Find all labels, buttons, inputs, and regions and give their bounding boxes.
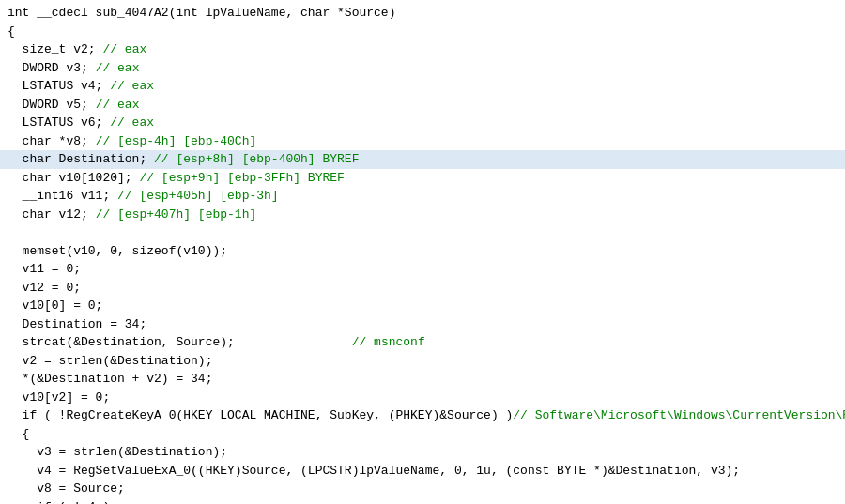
code-token: DWORD v5; [8, 96, 96, 115]
code-token: // [esp+8h] [ebp-400h] BYREF [154, 150, 359, 169]
code-token: // [esp+405h] [ebp-3h] [117, 187, 279, 206]
code-line: v11 = 0; [0, 260, 845, 279]
code-token: v11 = 0; [8, 260, 81, 279]
code-token: { [8, 425, 29, 444]
code-line: if ( !RegCreateKeyA_0(HKEY_LOCAL_MACHINE… [0, 406, 845, 425]
code-token: v10[v2] = 0; [8, 389, 110, 407]
code-token: strcat(&Destination, Source); [8, 333, 352, 352]
code-line: char v10[1020]; // [esp+9h] [ebp-3FFh] B… [0, 169, 845, 188]
code-line: v2 = strlen(&Destination); [0, 352, 845, 371]
code-token: { [8, 23, 15, 41]
code-viewer: int __cdecl sub_4047A2(int lpValueName, … [0, 0, 845, 504]
code-token: size_t v2; [8, 40, 102, 59]
code-line: __int16 v11; // [esp+405h] [ebp-3h] [0, 187, 845, 206]
code-token: LSTATUS v6; [8, 114, 110, 132]
code-line: v12 = 0; [0, 279, 845, 298]
code-token: v3 = strlen(&Destination); [8, 443, 227, 462]
code-token: Destination = 34; [8, 315, 146, 334]
code-token: // [esp-4h] [ebp-40Ch] [96, 132, 257, 151]
code-token: v8 = Source; [8, 480, 125, 498]
code-token: LSTATUS v4; [8, 77, 110, 96]
code-line: { [0, 425, 845, 444]
code-line: LSTATUS v4; // eax [0, 77, 845, 96]
code-token: // [esp+9h] [ebp-3FFh] BYREF [139, 169, 344, 188]
code-token: int __cdecl sub_4047A2(int lpValueName, … [8, 4, 395, 23]
code-token: char Destination; [8, 150, 154, 169]
code-line: v3 = strlen(&Destination); [0, 443, 845, 462]
code-line: v10[0] = 0; [0, 297, 845, 315]
code-line: DWORD v5; // eax [0, 96, 845, 115]
code-line: char v12; // [esp+407h] [ebp-1h] [0, 206, 845, 224]
code-token: // msnconf [352, 333, 425, 352]
code-line: v10[v2] = 0; [0, 389, 845, 407]
code-token: *(&Destination + v2) = 34; [8, 370, 212, 389]
code-token: if ( !RegCreateKeyA_0(HKEY_LOCAL_MACHINE… [8, 406, 513, 425]
code-token: // eax [96, 59, 140, 78]
code-token: // eax [102, 40, 146, 59]
code-token: char *v8; [8, 132, 96, 151]
code-token: char v12; [8, 206, 96, 224]
code-line: char Destination; // [esp+8h] [ebp-400h]… [0, 150, 845, 169]
code-line: size_t v2; // eax [0, 40, 845, 59]
code-line: v4 = RegSetValueExA_0((HKEY)Source, (LPC… [0, 462, 845, 481]
code-token: // eax [110, 77, 154, 96]
code-token: memset(v10, 0, sizeof(v10)); [8, 242, 227, 261]
code-line: memset(v10, 0, sizeof(v10)); [0, 242, 845, 261]
code-line: v8 = Source; [0, 480, 845, 498]
code-line: if ( !v4 ) [0, 498, 845, 505]
code-line: int __cdecl sub_4047A2(int lpValueName, … [0, 4, 845, 23]
code-line: LSTATUS v6; // eax [0, 114, 845, 132]
code-line: DWORD v3; // eax [0, 59, 845, 78]
code-token: // eax [96, 96, 140, 115]
code-token: v10[0] = 0; [8, 297, 102, 315]
code-line [0, 223, 845, 242]
code-token: v4 = RegSetValueExA_0((HKEY)Source, (LPC… [8, 462, 740, 481]
code-token: // Software\Microsoft\Windows\CurrentVer… [513, 406, 845, 425]
code-line: *(&Destination + v2) = 34; [0, 370, 845, 389]
code-token: DWORD v3; [8, 59, 96, 78]
code-line: char *v8; // [esp-4h] [ebp-40Ch] [0, 132, 845, 151]
code-token: // eax [110, 114, 154, 132]
code-token: v2 = strlen(&Destination); [8, 352, 212, 371]
code-token: v12 = 0; [8, 279, 81, 298]
code-line: { [0, 23, 845, 41]
code-token: __int16 v11; [8, 187, 117, 206]
code-token: // [esp+407h] [ebp-1h] [96, 206, 257, 224]
code-token: if ( !v4 ) [8, 498, 110, 505]
code-line: Destination = 34; [0, 315, 845, 334]
code-line: strcat(&Destination, Source); // msnconf [0, 333, 845, 352]
code-token: char v10[1020]; [8, 169, 139, 188]
